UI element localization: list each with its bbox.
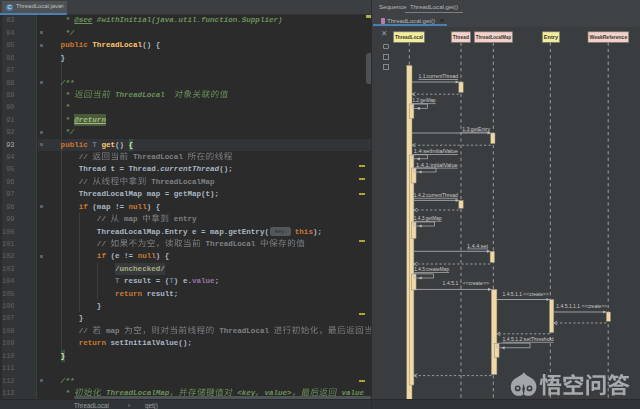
svg-text:1.4.5:createMap: 1.4.5:createMap [414, 267, 449, 272]
svg-text:WeakReference: WeakReference [590, 34, 628, 40]
svg-text:1.1:currentThread: 1.1:currentThread [419, 74, 459, 79]
svg-text:ThreadLocal: ThreadLocal [395, 34, 423, 40]
svg-text:1.4.4:set: 1.4.4:set [467, 244, 489, 249]
svg-text:1.4.5.1.2:setThreshold: 1.4.5.1.2:setThreshold [503, 337, 554, 342]
svg-text:1.4.5.1 : <<create>>: 1.4.5.1 : <<create>> [443, 281, 490, 286]
svg-text:Entry: Entry [544, 34, 558, 40]
svg-text:1.4.1:initialValue: 1.4.1:initialValue [416, 163, 458, 168]
svg-text:ThreadLocalMap: ThreadLocalMap [476, 34, 511, 40]
svg-text:1.4.2:currentThread: 1.4.2:currentThread [414, 193, 458, 198]
svg-text:1.2:getMap: 1.2:getMap [413, 98, 437, 103]
svg-text:1.4.3:getMap: 1.4.3:getMap [414, 216, 442, 221]
svg-text:1.4:setInitialValue: 1.4:setInitialValue [414, 149, 458, 154]
svg-text:1.4.5.1.1.1 <<create>>: 1.4.5.1.1.1 <<create>> [556, 304, 607, 309]
svg-text:1.4.5.1.1 <<create>>: 1.4.5.1.1 <<create>> [503, 292, 550, 297]
svg-text:1.3:getEntry: 1.3:getEntry [462, 127, 490, 132]
svg-text:Thread: Thread [453, 34, 469, 40]
